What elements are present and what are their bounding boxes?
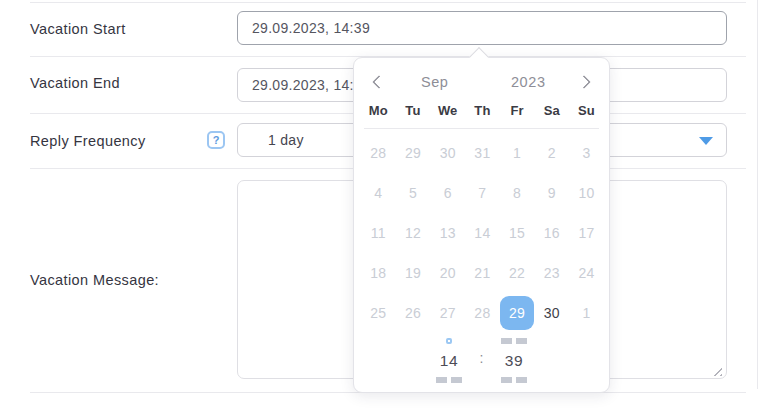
vacation-start-label: Vacation Start <box>30 21 126 37</box>
day-cell[interactable]: 16 <box>534 213 569 253</box>
day-cell[interactable]: 13 <box>430 213 465 253</box>
day-cell[interactable]: 14 <box>465 213 500 253</box>
day-cell[interactable]: 11 <box>361 213 396 253</box>
day-cell[interactable]: 31 <box>465 133 500 173</box>
minute-spinner: 39 <box>496 335 532 386</box>
weekday-label: Tu <box>396 103 431 118</box>
hour-down-icon <box>436 377 462 383</box>
day-cell[interactable]: 27 <box>430 293 465 333</box>
day-cell[interactable]: 1 <box>500 133 535 173</box>
day-cell[interactable]: 24 <box>569 253 604 293</box>
day-cell[interactable]: 8 <box>500 173 535 213</box>
popup-caret <box>469 47 489 67</box>
chevron-down-icon <box>699 137 713 145</box>
minute-up-button[interactable] <box>501 335 527 347</box>
weekday-row: MoTuWeThFrSaSu <box>361 103 609 118</box>
day-cell[interactable]: 28 <box>465 293 500 333</box>
reply-frequency-value: 1 day <box>268 132 304 148</box>
month-label[interactable]: Sep <box>388 74 482 90</box>
minute-value[interactable]: 39 <box>505 351 523 370</box>
weekday-label: Th <box>465 103 500 118</box>
day-cell[interactable]: 6 <box>430 173 465 213</box>
prev-month-icon[interactable] <box>366 71 388 93</box>
hour-up-button[interactable] <box>446 335 452 347</box>
day-cell[interactable]: 15 <box>500 213 535 253</box>
weekday-label: We <box>430 103 465 118</box>
minute-down-button[interactable] <box>501 374 527 386</box>
day-cell[interactable]: 29 <box>500 296 535 330</box>
weekday-label: Fr <box>500 103 535 118</box>
day-cell[interactable]: 30 <box>430 133 465 173</box>
day-cell[interactable]: 2 <box>534 133 569 173</box>
day-cell[interactable]: 20 <box>430 253 465 293</box>
weekday-label: Sa <box>534 103 569 118</box>
reply-frequency-label: Reply Frequency <box>30 133 146 149</box>
day-cell[interactable]: 22 <box>500 253 535 293</box>
day-cell[interactable]: 29 <box>396 133 431 173</box>
day-cell[interactable]: 1 <box>569 293 604 333</box>
vacation-end-label: Vacation End <box>30 75 120 91</box>
vacation-start-input[interactable] <box>237 11 727 45</box>
hour-down-button[interactable] <box>436 374 462 386</box>
panel-right-border <box>757 0 758 389</box>
time-picker: 14 : 39 <box>354 335 609 386</box>
day-cell[interactable]: 28 <box>361 133 396 173</box>
next-month-icon[interactable] <box>575 71 597 93</box>
day-cell[interactable]: 18 <box>361 253 396 293</box>
day-cell[interactable]: 21 <box>465 253 500 293</box>
year-label[interactable]: 2023 <box>482 74 576 90</box>
minute-down-icon <box>501 377 527 383</box>
hour-spinner: 14 <box>431 335 467 386</box>
time-separator: : <box>467 350 496 366</box>
weekday-label: Mo <box>361 103 396 118</box>
datepicker-popup: Sep 2023 MoTuWeThFrSaSu 2829303112345678… <box>353 57 610 393</box>
datepicker-header: Sep 2023 <box>366 71 597 93</box>
divider <box>30 2 746 3</box>
day-cell[interactable]: 25 <box>361 293 396 333</box>
day-cell[interactable]: 26 <box>396 293 431 333</box>
hour-value[interactable]: 14 <box>440 351 458 370</box>
day-cell[interactable]: 19 <box>396 253 431 293</box>
vacation-message-label: Vacation Message: <box>30 272 159 288</box>
day-cell[interactable]: 3 <box>569 133 604 173</box>
help-icon[interactable]: ? <box>207 131 225 149</box>
day-cell[interactable]: 30 <box>534 293 569 333</box>
calendar-grid: 2829303112345678910111213141516171819202… <box>361 133 609 333</box>
divider <box>364 128 599 129</box>
minute-up-icon <box>501 338 527 344</box>
day-cell[interactable]: 10 <box>569 173 604 213</box>
day-cell[interactable]: 5 <box>396 173 431 213</box>
day-cell[interactable]: 12 <box>396 213 431 253</box>
day-cell[interactable]: 17 <box>569 213 604 253</box>
day-cell[interactable]: 4 <box>361 173 396 213</box>
day-cell[interactable]: 23 <box>534 253 569 293</box>
day-cell[interactable]: 7 <box>465 173 500 213</box>
day-cell[interactable]: 9 <box>534 173 569 213</box>
weekday-label: Su <box>569 103 604 118</box>
